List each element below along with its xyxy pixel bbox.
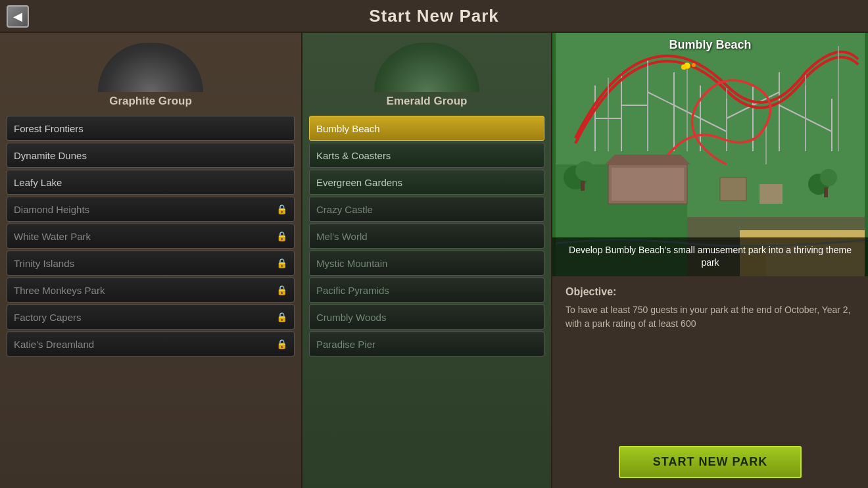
objective-text: To have at least 750 guests in your park… bbox=[566, 303, 855, 331]
objective-section: Objective: To have at least 750 guests i… bbox=[552, 276, 868, 436]
emerald-header: Emerald Group bbox=[309, 39, 544, 108]
list-item[interactable]: Karts & Coasters bbox=[309, 143, 544, 168]
list-item[interactable]: Forest Frontiers bbox=[7, 116, 295, 141]
start-button-container: START NEW PARK bbox=[552, 436, 868, 488]
park-preview-image: Bumbly Beach bbox=[552, 33, 868, 276]
lock-icon: 🔒 bbox=[276, 258, 287, 268]
park-name-label: Leafy Lake bbox=[14, 177, 62, 188]
list-item[interactable]: Paradise Pier bbox=[309, 331, 544, 356]
park-name-label: Evergreen Gardens bbox=[316, 177, 402, 188]
lock-icon: 🔒 bbox=[276, 285, 287, 295]
list-item[interactable]: Crumbly Woods bbox=[309, 305, 544, 329]
list-item[interactable]: Crazy Castle bbox=[309, 197, 544, 222]
park-name-label: Factory Capers bbox=[14, 312, 82, 323]
list-item[interactable]: Factory Capers 🔒 bbox=[7, 305, 295, 329]
list-item[interactable]: White Water Park 🔒 bbox=[7, 224, 295, 249]
park-name-label: Crazy Castle bbox=[316, 204, 373, 215]
list-item[interactable]: Dynamite Dunes bbox=[7, 143, 295, 168]
svg-rect-51 bbox=[581, 181, 585, 191]
objective-title: Objective: bbox=[566, 286, 855, 298]
main-content: Graphite Group Forest Frontiers Dynamite… bbox=[0, 33, 868, 488]
preview-panel: Bumbly Beach bbox=[552, 33, 868, 488]
lock-icon: 🔒 bbox=[276, 204, 287, 214]
park-name-label: Pacific Pyramids bbox=[316, 285, 389, 296]
list-item[interactable]: Diamond Heights 🔒 bbox=[7, 197, 295, 222]
list-item[interactable]: Three Monkeys Park 🔒 bbox=[7, 278, 295, 303]
park-name-label: Mel's World bbox=[316, 231, 368, 242]
graphite-group-name: Graphite Group bbox=[109, 95, 192, 108]
list-item[interactable]: Trinity Islands 🔒 bbox=[7, 251, 295, 276]
graphite-arch bbox=[91, 39, 210, 92]
lock-icon: 🔒 bbox=[276, 312, 287, 322]
title-bar: ◀ Start New Park bbox=[0, 0, 868, 33]
lock-icon: 🔒 bbox=[276, 231, 287, 241]
svg-point-53 bbox=[820, 169, 837, 186]
list-item[interactable]: Leafy Lake bbox=[7, 170, 295, 195]
park-name-label: Diamond Heights bbox=[14, 204, 89, 215]
park-name-label: Trinity Islands bbox=[14, 258, 74, 269]
park-name-label: Bumbly Beach bbox=[316, 123, 380, 134]
list-item[interactable]: Mel's World bbox=[309, 224, 544, 249]
emerald-panel: Emerald Group Bumbly Beach Karts & Coast… bbox=[302, 33, 552, 488]
park-name-label: Dynamite Dunes bbox=[14, 150, 87, 161]
park-name-label: Katie's Dreamland bbox=[14, 339, 94, 350]
park-name-label: Paradise Pier bbox=[316, 339, 375, 350]
park-name-label: Forest Frontiers bbox=[14, 123, 84, 134]
preview-park-title: Bumbly Beach bbox=[552, 38, 868, 52]
svg-point-50 bbox=[575, 161, 595, 181]
lock-icon: 🔒 bbox=[276, 339, 287, 349]
park-name-label: Karts & Coasters bbox=[316, 150, 391, 161]
svg-rect-48 bbox=[760, 184, 783, 204]
back-button[interactable]: ◀ bbox=[7, 5, 29, 28]
graphite-park-list: Forest Frontiers Dynamite Dunes Leafy La… bbox=[7, 116, 295, 356]
graphite-header: Graphite Group bbox=[7, 39, 295, 108]
park-name-label: Three Monkeys Park bbox=[14, 285, 105, 296]
svg-rect-45 bbox=[612, 168, 684, 201]
park-name-label: White Water Park bbox=[14, 231, 91, 242]
start-new-park-button[interactable]: START NEW PARK bbox=[619, 446, 802, 478]
svg-marker-46 bbox=[605, 155, 690, 164]
page-title: Start New Park bbox=[369, 6, 499, 26]
park-name-label: Crumbly Woods bbox=[316, 312, 386, 323]
graphite-panel: Graphite Group Forest Frontiers Dynamite… bbox=[0, 33, 302, 488]
emerald-group-name: Emerald Group bbox=[387, 95, 468, 108]
svg-rect-47 bbox=[720, 178, 746, 201]
park-name-label: Mystic Mountain bbox=[316, 258, 387, 269]
svg-point-56 bbox=[681, 64, 687, 70]
svg-rect-54 bbox=[824, 187, 828, 197]
list-item[interactable]: Mystic Mountain bbox=[309, 251, 544, 276]
list-item[interactable]: Bumbly Beach bbox=[309, 116, 544, 141]
list-item[interactable]: Evergreen Gardens bbox=[309, 170, 544, 195]
list-item[interactable]: Katie's Dreamland 🔒 bbox=[7, 331, 295, 356]
emerald-arch bbox=[368, 39, 486, 92]
preview-description: Develop Bumbly Beach's small amusement p… bbox=[552, 237, 868, 276]
list-item[interactable]: Pacific Pyramids bbox=[309, 278, 544, 303]
emerald-park-list: Bumbly Beach Karts & Coasters Evergreen … bbox=[309, 116, 544, 356]
svg-point-57 bbox=[692, 63, 696, 67]
